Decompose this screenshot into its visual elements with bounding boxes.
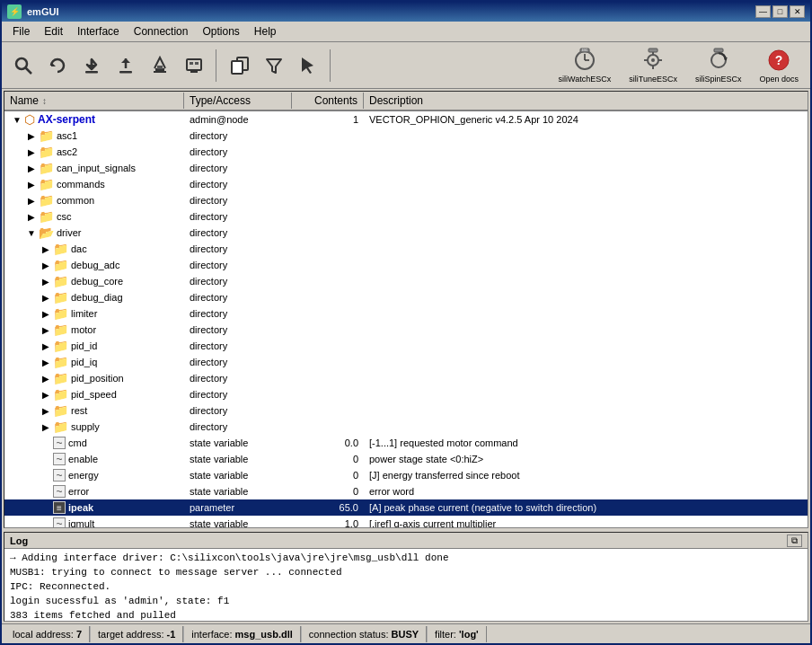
filter-button[interactable] — [258, 49, 290, 82]
tree-row[interactable]: ▶ ~ energy state variable 0 [J] energy t… — [4, 467, 808, 483]
menu-help[interactable]: Help — [247, 23, 284, 40]
row-type: directory — [184, 389, 292, 400]
folder-icon: 📁 — [53, 242, 68, 256]
tree-row[interactable]: ▼ ⬡ AX-serpent admin@node 1 VECTOR_OPHIO… — [4, 111, 808, 128]
expander-pid-iq[interactable]: ▶ — [39, 355, 53, 369]
connection-value: BUSY — [392, 629, 419, 640]
connection-segment: connection status: BUSY — [301, 626, 427, 642]
expander-rest[interactable]: ▶ — [39, 403, 53, 418]
upload-button[interactable] — [110, 49, 142, 82]
dir-name-pid-position: pid_position — [71, 373, 124, 384]
menu-interface[interactable]: Interface — [70, 23, 127, 40]
log-copy-button[interactable]: ⧉ — [787, 535, 802, 547]
expander-commands[interactable]: ▶ — [24, 177, 39, 191]
tree-row[interactable]: ▶ 📁 commands directory — [4, 176, 808, 192]
expander-asc1[interactable]: ▶ — [24, 128, 39, 143]
tree-row[interactable]: ▶ 📁 debug_diag directory — [4, 289, 808, 305]
row-contents: 0 — [292, 486, 364, 497]
silispin-button[interactable]: siliSpinESCx — [689, 45, 748, 86]
title-bar-buttons: — □ ✕ — [755, 5, 805, 18]
content-area: Name ↕ Type/Access Contents Description — [2, 89, 810, 623]
tree-row[interactable]: ▶ 📁 limiter directory — [4, 305, 808, 322]
expander-debug-adc[interactable]: ▶ — [39, 258, 53, 272]
tree-row[interactable]: ▶ ~ cmd state variable 0.0 [-1...1] requ… — [4, 435, 808, 451]
silitune-button[interactable]: siliTuneESCx — [622, 45, 684, 86]
tree-row[interactable]: ▶ 📁 asc2 directory — [4, 144, 808, 160]
tree-row[interactable]: ▶ ~ error state variable 0 error word — [4, 483, 808, 499]
expander-dac[interactable]: ▶ — [39, 242, 53, 256]
expander-debug-diag[interactable]: ▶ — [39, 290, 53, 305]
expander-pid-position[interactable]: ▶ — [39, 371, 53, 385]
tree-row[interactable]: ▶ 📁 csc directory — [4, 208, 808, 225]
var-name-cmd: cmd — [68, 437, 87, 448]
refresh-button[interactable] — [41, 49, 74, 82]
log-body[interactable]: → Adding interface driver: C:\silixcon\t… — [4, 549, 808, 621]
tree-row[interactable]: ▶ 📁 dac directory — [4, 241, 808, 257]
tree-row[interactable]: ▶ 📁 pid_iq directory — [4, 354, 808, 370]
svg-rect-12 — [154, 71, 166, 73]
device-button[interactable] — [178, 49, 210, 82]
svg-text:ESC: ESC — [582, 48, 588, 51]
tree-row[interactable]: ▶ 📁 pid_id directory — [4, 338, 808, 354]
tree-row[interactable]: ▶ 📁 pid_position directory — [4, 370, 808, 386]
log-line: → Adding interface driver: C:\silixcon\t… — [10, 551, 802, 565]
var-name-iqmult: iqmult — [68, 518, 94, 527]
tree-row[interactable]: ▶ 📁 asc1 directory — [4, 128, 808, 144]
search-button[interactable] — [7, 49, 40, 82]
header-name[interactable]: Name ↕ — [4, 93, 184, 109]
tree-row[interactable]: ▶ 📁 rest directory — [4, 402, 808, 419]
expander-driver[interactable]: ▼ — [24, 225, 39, 240]
tree-row[interactable]: ▶ 📁 debug_core directory — [4, 273, 808, 289]
expander-supply[interactable]: ▶ — [39, 420, 53, 434]
siliwatch-button[interactable]: ESC siliWatchESCx — [552, 45, 618, 86]
expander-pid-speed[interactable]: ▶ — [39, 387, 53, 402]
minimize-button[interactable]: — — [755, 5, 771, 18]
close-button[interactable]: ✕ — [790, 5, 805, 18]
tree-row-ipeak[interactable]: ▶ ≡ ipeak parameter 65.0 [A] peak phase … — [4, 499, 808, 516]
svg-marker-21 — [302, 57, 313, 74]
expander-motor[interactable]: ▶ — [39, 322, 53, 337]
toolbar-ext-buttons: ESC siliWatchESCx siliTuneESCx siliSpinE… — [552, 45, 805, 86]
tree-row[interactable]: ▶ ~ enable state variable 0 power stage … — [4, 451, 808, 467]
folder-icon: 📁 — [53, 339, 68, 353]
tree-row[interactable]: ▶ 📁 common directory — [4, 192, 808, 208]
row-type: directory — [184, 130, 292, 141]
folder-icon: 📁 — [39, 193, 54, 208]
menu-file[interactable]: File — [5, 23, 37, 40]
tree-body[interactable]: ▼ ⬡ AX-serpent admin@node 1 VECTOR_OPHIO… — [4, 111, 808, 527]
expander-limiter[interactable]: ▶ — [39, 306, 53, 321]
menu-edit[interactable]: Edit — [37, 23, 70, 40]
row-contents: 0 — [292, 454, 364, 464]
dir-name-commands: commands — [57, 179, 105, 190]
menu-options[interactable]: Options — [195, 23, 246, 40]
tree-row[interactable]: ▶ 📁 motor directory — [4, 322, 808, 338]
folder-icon: 📁 — [39, 209, 54, 224]
row-contents: 1.0 — [292, 518, 364, 527]
tree-row[interactable]: ▶ 📁 debug_adc directory — [4, 257, 808, 273]
tree-row[interactable]: ▶ 📁 pid_speed directory — [4, 386, 808, 402]
svg-marker-9 — [121, 58, 130, 63]
opendocs-button[interactable]: ? Open docs — [753, 45, 805, 86]
expander-ax-serpent[interactable]: ▼ — [10, 112, 24, 127]
toolbar: ESC siliWatchESCx siliTuneESCx siliSpinE… — [2, 42, 810, 89]
menu-connection[interactable]: Connection — [127, 23, 196, 40]
copy-button[interactable] — [224, 49, 256, 82]
tree-row[interactable]: ▼ 📂 driver directory — [4, 225, 808, 241]
expander-asc2[interactable]: ▶ — [24, 145, 39, 159]
expander-pid-id[interactable]: ▶ — [39, 339, 53, 353]
cursor-button[interactable] — [292, 49, 324, 82]
flash-button[interactable] — [144, 49, 176, 82]
svg-rect-13 — [187, 59, 201, 70]
maximize-button[interactable]: □ — [772, 5, 788, 18]
tree-row[interactable]: ▶ ~ iqmult state variable 1.0 [.iref] q-… — [4, 516, 808, 527]
row-desc: power stage state <0:hiZ> — [364, 454, 808, 464]
row-type: admin@node — [184, 114, 292, 125]
row-type: directory — [184, 195, 292, 206]
expander-can[interactable]: ▶ — [24, 161, 39, 175]
download-button[interactable] — [75, 49, 108, 82]
tree-row[interactable]: ▶ 📁 can_input_signals directory — [4, 160, 808, 176]
expander-common[interactable]: ▶ — [24, 193, 39, 208]
tree-row[interactable]: ▶ 📁 supply directory — [4, 419, 808, 435]
expander-csc[interactable]: ▶ — [24, 209, 39, 224]
expander-debug-core[interactable]: ▶ — [39, 274, 53, 288]
